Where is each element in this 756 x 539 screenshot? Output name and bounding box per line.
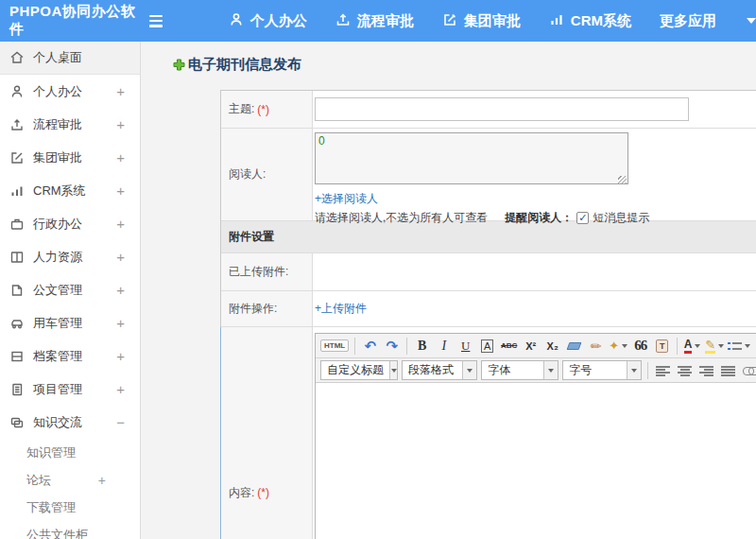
content-row: 内容:(*) HTML ↶ ↷ B I U A ABC bbox=[220, 327, 756, 539]
sidebar-item-crm[interactable]: CRM系统 + bbox=[0, 174, 140, 207]
car-icon bbox=[9, 316, 25, 331]
expand-icon[interactable]: + bbox=[116, 348, 125, 364]
editor-content-area[interactable] bbox=[316, 383, 756, 539]
home-icon bbox=[9, 50, 25, 65]
caret-down-icon bbox=[745, 344, 750, 348]
expand-icon[interactable]: + bbox=[116, 282, 125, 298]
font-family-select[interactable]: 字体 bbox=[481, 360, 558, 380]
expand-icon[interactable]: + bbox=[98, 473, 106, 488]
sidebar-item-knowledge-exchange[interactable]: 知识交流 − bbox=[0, 406, 140, 439]
sidebar-item-vehicle-mgmt[interactable]: 用车管理 + bbox=[0, 306, 140, 339]
menu-toggle-icon[interactable] bbox=[149, 15, 163, 27]
auto-typeset-button[interactable]: ✦ bbox=[608, 336, 628, 356]
html-source-button[interactable]: HTML bbox=[319, 336, 350, 356]
bar-chart-icon bbox=[9, 183, 25, 199]
align-justify-icon bbox=[721, 365, 735, 376]
expand-icon[interactable]: + bbox=[116, 83, 125, 99]
publish-form: 主题:(*) 阅读人: 0 +选择阅读人 请选择阅读人,不选为所有人可查看 提醒… bbox=[220, 90, 756, 539]
nav-group-approval[interactable]: 集团审批 bbox=[442, 12, 521, 30]
chat-windows-icon bbox=[9, 415, 25, 430]
nav-workflow-approval[interactable]: 流程审批 bbox=[335, 12, 414, 30]
sms-remind-checkbox[interactable] bbox=[576, 212, 589, 224]
sidebar-subitem-knowledge-mgmt[interactable]: 知识管理 bbox=[0, 439, 140, 466]
expand-icon[interactable]: + bbox=[116, 183, 125, 199]
strikethrough-button[interactable]: ABC bbox=[499, 336, 519, 356]
required-mark: (*) bbox=[257, 103, 269, 116]
ordered-list-icon bbox=[728, 340, 742, 352]
sidebar-item-archive-mgmt[interactable]: 档案管理 + bbox=[0, 339, 140, 373]
sidebar-item-document-mgmt[interactable]: 公文管理 + bbox=[0, 273, 140, 306]
ordered-list-button[interactable] bbox=[727, 336, 751, 356]
font-size-select[interactable]: 字号 bbox=[562, 360, 642, 380]
sidebar-item-admin-office[interactable]: 行政办公 + bbox=[0, 207, 140, 240]
redo-button[interactable]: ↷ bbox=[382, 336, 402, 356]
expand-icon[interactable]: + bbox=[116, 381, 125, 397]
upload-attachment-link[interactable]: +上传附件 bbox=[315, 301, 367, 317]
format-brush-button[interactable]: ✏ bbox=[586, 336, 606, 356]
resize-grip-icon[interactable] bbox=[618, 176, 627, 184]
expand-icon[interactable]: + bbox=[116, 149, 125, 165]
bold-button[interactable]: B bbox=[412, 336, 432, 356]
edit-square-icon bbox=[442, 12, 457, 30]
toolbar-separator bbox=[677, 338, 678, 355]
align-center-button[interactable] bbox=[675, 360, 695, 380]
expand-icon[interactable]: + bbox=[116, 216, 125, 232]
caret-down-icon bbox=[695, 344, 700, 348]
briefcase-icon bbox=[9, 217, 25, 232]
attachment-action-row: 附件操作: +上传附件 bbox=[221, 291, 756, 327]
blockquote-button[interactable]: 66 bbox=[630, 336, 650, 356]
uploaded-attachments-row: 已上传附件: bbox=[221, 253, 756, 291]
nav-label: CRM系统 bbox=[571, 12, 631, 30]
sidebar-item-group-approval[interactable]: 集团审批 + bbox=[0, 141, 140, 174]
align-left-button[interactable] bbox=[653, 360, 673, 380]
top-nav: 个人办公 流程审批 集团审批 CRM系统 更多应用 bbox=[195, 12, 756, 30]
superscript-button[interactable]: X² bbox=[521, 336, 541, 356]
document-icon bbox=[9, 283, 25, 298]
align-right-button[interactable] bbox=[696, 360, 716, 380]
sidebar-subitem-public-file-cabinet[interactable]: 公共文件柜 bbox=[0, 521, 140, 539]
italic-button[interactable]: I bbox=[434, 336, 454, 356]
link-icon bbox=[743, 367, 756, 374]
sidebar-item-desktop[interactable]: 个人桌面 bbox=[0, 42, 140, 75]
insert-link-button[interactable] bbox=[740, 360, 756, 380]
sidebar-subitem-download-mgmt[interactable]: 下载管理 bbox=[0, 494, 140, 521]
expand-icon[interactable]: + bbox=[116, 315, 125, 331]
sms-remind-label: 短消息提示 bbox=[593, 210, 649, 226]
required-mark: (*) bbox=[257, 486, 269, 499]
nav-personal-office[interactable]: 个人办公 bbox=[229, 12, 307, 30]
sidebar-item-hr[interactable]: 人力资源 + bbox=[0, 240, 140, 273]
nav-more-apps[interactable]: 更多应用 bbox=[660, 12, 716, 30]
uploaded-attachments-value bbox=[313, 253, 756, 290]
font-border-button[interactable]: A bbox=[477, 336, 497, 356]
align-justify-button[interactable] bbox=[718, 360, 738, 380]
paste-as-text-button[interactable]: T bbox=[652, 336, 672, 356]
collapse-icon[interactable]: − bbox=[116, 414, 125, 430]
readers-textarea[interactable]: 0 bbox=[315, 132, 628, 184]
subject-input[interactable] bbox=[315, 97, 689, 121]
select-arrow bbox=[627, 361, 641, 379]
chevron-down-icon[interactable] bbox=[747, 18, 756, 24]
highlight-color-button[interactable]: ✎ bbox=[704, 336, 725, 356]
sidebar-item-workflow-approval[interactable]: 流程审批 + bbox=[0, 108, 140, 141]
sidebar-item-personal-office[interactable]: 个人办公 + bbox=[0, 75, 140, 108]
nav-label: 流程审批 bbox=[357, 12, 414, 30]
sidebar-subitem-forum[interactable]: 论坛 + bbox=[0, 466, 140, 494]
align-left-icon bbox=[656, 365, 670, 376]
underline-button[interactable]: U bbox=[455, 336, 475, 356]
nav-crm-system[interactable]: CRM系统 bbox=[549, 12, 631, 30]
expand-icon[interactable]: + bbox=[116, 249, 125, 265]
select-readers-link[interactable]: +选择阅读人 bbox=[315, 191, 378, 207]
readers-row: 阅读人: 0 +选择阅读人 请选择阅读人,不选为所有人可查看 提醒阅读人： 短消… bbox=[221, 129, 756, 221]
font-color-button[interactable]: A bbox=[682, 336, 702, 356]
heading-select[interactable]: 自定义标题 bbox=[320, 360, 398, 380]
toolbar-separator bbox=[406, 338, 407, 355]
subject-row: 主题:(*) bbox=[221, 91, 756, 129]
paragraph-format-select[interactable]: 段落格式 bbox=[402, 360, 477, 380]
app-logo: PHPOA协同办公软件 bbox=[0, 3, 149, 39]
subscript-button[interactable]: X₂ bbox=[542, 336, 562, 356]
expand-icon[interactable]: + bbox=[116, 116, 125, 132]
sidebar-item-project-mgmt[interactable]: 项目管理 + bbox=[0, 373, 140, 406]
eraser-button[interactable] bbox=[564, 336, 584, 356]
undo-button[interactable]: ↶ bbox=[360, 336, 380, 356]
app-header: PHPOA协同办公软件 个人办公 流程审批 集团审批 CRM系统 更多应用 bbox=[0, 0, 756, 42]
